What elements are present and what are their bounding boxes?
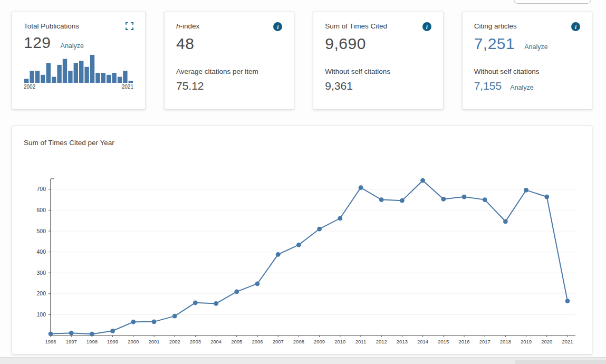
card-sum-times-cited: Sum of Times Cited i 9,690 Without self … [313, 12, 443, 110]
svg-text:2021: 2021 [562, 339, 573, 344]
mini-chart-end-year: 2021 [122, 84, 133, 90]
h-index-value: 48 [176, 35, 194, 53]
svg-text:2009: 2009 [314, 339, 325, 344]
svg-text:200: 200 [36, 290, 46, 296]
svg-text:2006: 2006 [252, 339, 263, 344]
without-self-citations-label: Without self citations [325, 68, 431, 75]
svg-text:2005: 2005 [231, 339, 242, 344]
svg-text:500: 500 [36, 228, 46, 234]
partial-top-control[interactable] [514, 0, 591, 4]
svg-text:2001: 2001 [148, 339, 159, 344]
svg-text:700: 700 [36, 186, 46, 192]
svg-text:300: 300 [36, 270, 46, 276]
analyze-citing-articles-link[interactable]: Analyze [524, 43, 547, 51]
info-icon[interactable]: i [273, 22, 282, 31]
card-total-publications: Total Publications 129 Analyze 2002 2021 [12, 12, 146, 110]
without-self-citations-value: 9,361 [325, 80, 353, 92]
svg-text:600: 600 [36, 207, 46, 213]
publications-mini-bar-chart [24, 54, 133, 83]
citing-without-self-value: 7,155 [474, 80, 502, 92]
card-citing-articles: Citing articles i 7,251 Analyze Without … [462, 12, 592, 110]
sum-times-cited-title: Sum of Times Cited [325, 22, 387, 30]
total-publications-value: 129 [24, 34, 51, 52]
svg-text:2018: 2018 [500, 339, 511, 344]
svg-text:2002: 2002 [169, 339, 180, 344]
svg-text:2016: 2016 [458, 339, 469, 344]
avg-citations-value: 75.12 [176, 80, 204, 92]
citations-per-year-card: Sum of Times Cited per Year 100200300400… [12, 126, 592, 355]
avg-citations-label: Average citations per item [176, 68, 282, 75]
svg-text:2015: 2015 [438, 339, 449, 344]
svg-text:1998: 1998 [86, 339, 98, 344]
svg-text:2000: 2000 [128, 339, 139, 344]
svg-text:2004: 2004 [210, 339, 222, 344]
total-publications-title: Total Publications [24, 22, 79, 30]
svg-text:2020: 2020 [541, 339, 552, 344]
svg-text:1996: 1996 [45, 339, 56, 344]
svg-text:1999: 1999 [107, 339, 118, 344]
metrics-cards-row: Total Publications 129 Analyze 2002 2021… [12, 12, 592, 110]
analyze-citing-without-self-link[interactable]: Analyze [510, 84, 533, 91]
info-icon[interactable]: i [422, 22, 431, 31]
svg-text:2011: 2011 [355, 339, 366, 344]
chart-title: Sum of Times Cited per Year [12, 139, 580, 147]
svg-text:2019: 2019 [521, 339, 532, 344]
svg-text:2010: 2010 [334, 339, 345, 344]
citing-articles-title: Citing articles [474, 22, 517, 30]
svg-text:100: 100 [36, 311, 46, 318]
bottom-right-element [515, 360, 606, 364]
h-index-title: h-index [176, 22, 199, 30]
card-h-index: h-index i 48 Average citations per item … [164, 12, 294, 110]
expand-corners-icon [126, 22, 133, 30]
svg-text:1997: 1997 [66, 339, 77, 344]
analyze-publications-link[interactable]: Analyze [61, 42, 84, 50]
svg-text:400: 400 [36, 248, 46, 255]
svg-text:2008: 2008 [293, 339, 304, 344]
svg-text:2014: 2014 [417, 339, 428, 344]
svg-text:2007: 2007 [273, 339, 284, 344]
citations-line-chart: 1002003004005006007001996199719981999200… [12, 165, 587, 349]
svg-text:2012: 2012 [376, 339, 387, 344]
svg-text:2003: 2003 [190, 339, 201, 344]
svg-text:2017: 2017 [479, 339, 490, 344]
sum-times-cited-value: 9,690 [325, 35, 366, 53]
citing-articles-value: 7,251 [474, 35, 515, 53]
without-self-citations-label: Without self citations [474, 68, 580, 75]
svg-text:2013: 2013 [397, 339, 408, 344]
expand-icon[interactable] [126, 22, 133, 30]
info-icon[interactable]: i [571, 22, 580, 31]
mini-chart-start-year: 2002 [24, 84, 35, 90]
